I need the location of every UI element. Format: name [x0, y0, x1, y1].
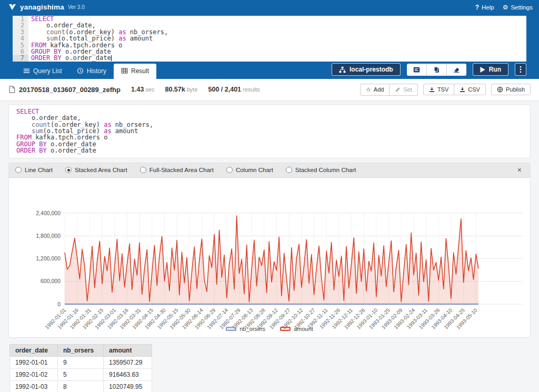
copy-query-button[interactable]: [427, 64, 447, 76]
settings-link[interactable]: ⚙Settings: [503, 4, 533, 11]
column-header: order_date: [10, 344, 58, 356]
radio-label: Stacked Column Chart: [295, 167, 356, 173]
line-number: 2: [13, 22, 28, 28]
table-cell: 5: [58, 368, 104, 380]
tab-result[interactable]: Result: [114, 64, 156, 79]
radio-icon: [286, 167, 292, 173]
table-row: 1992-01-0191359507.29: [10, 356, 152, 368]
download-icon: [460, 87, 465, 93]
yanagishima-logo-icon: [8, 4, 16, 11]
download-csv-button[interactable]: CSV: [454, 84, 486, 95]
chart-legend: nb_orsersamount: [9, 326, 530, 332]
svg-text:1,200,000: 1,200,000: [36, 255, 61, 262]
add-bookmark-button[interactable]: ☆Add: [360, 84, 390, 96]
query-text-panel: SELECT o.order_date, count(o.order_key) …: [8, 104, 531, 158]
sql-line: SELECT: [16, 108, 523, 115]
download-tsv-button[interactable]: TSV: [423, 84, 454, 95]
publish-button[interactable]: Publish: [491, 84, 531, 95]
list-icon: [23, 67, 30, 74]
column-header: amount: [104, 344, 152, 356]
editor-zone: 1SELECT2 o.order_date,3 count(o.order_ke…: [0, 14, 539, 79]
set-label-button[interactable]: Set: [390, 84, 418, 96]
clear-editor-button[interactable]: [447, 64, 466, 76]
radio-icon: [140, 167, 146, 173]
help-icon: ?: [475, 4, 479, 11]
globe-icon: [497, 86, 503, 93]
radio-label: Full-Stacked Area Chart: [149, 167, 214, 173]
tab-history[interactable]: History: [69, 64, 114, 79]
editor-tools-group: [407, 64, 466, 76]
table-cell: 8: [58, 380, 104, 392]
area-chart: 0600,0001,200,0001,800,0002,400,0001992-…: [9, 178, 530, 337]
legend-item[interactable]: nb_orsers: [226, 326, 265, 332]
legend-label: nb_orsers: [239, 326, 265, 332]
svg-text:1,800,000: 1,800,000: [36, 232, 61, 238]
chart-type-radio[interactable]: Column Chart: [226, 167, 273, 173]
sitemap-icon: [339, 66, 346, 73]
elapsed-time: 1.43sec: [131, 86, 154, 93]
eraser-icon: [453, 66, 460, 73]
close-chart-icon[interactable]: ×: [515, 165, 524, 175]
table-row: 1992-01-025916463.63: [10, 368, 152, 380]
chart-type-radio[interactable]: Stacked Column Chart: [286, 167, 356, 173]
help-link[interactable]: ?Help: [475, 4, 494, 11]
table-cell: 1992-01-03: [10, 380, 58, 392]
table-cell: 9: [58, 356, 104, 368]
radio-label: Column Chart: [236, 167, 273, 173]
format-icon: [413, 66, 420, 73]
result-size: 80.57kbyte: [165, 86, 197, 93]
document-icon: [8, 86, 15, 93]
tab-query-list[interactable]: Query List: [16, 64, 69, 79]
text-cursor: [111, 55, 112, 61]
gear-icon: ⚙: [503, 4, 508, 11]
brand-title: yanagishima: [20, 3, 64, 11]
chart-type-options: Line ChartStacked Area ChartFull-Stacked…: [9, 163, 530, 178]
history-clock-icon: [77, 67, 84, 74]
tab-bar: Query List History Result local-prestodb: [13, 62, 526, 79]
format-query-button[interactable]: [407, 64, 427, 76]
table-cell: 1020749.95: [104, 380, 152, 392]
line-number: 4: [13, 35, 28, 42]
pencil-icon: [395, 87, 401, 93]
column-header: nb_orsers: [58, 344, 104, 356]
svg-text:600,000: 600,000: [41, 278, 61, 284]
sql-line: ORDER BY o.order_date: [16, 147, 523, 154]
legend-label: amount: [294, 326, 313, 332]
svg-text:0: 0: [57, 300, 61, 307]
table-cell: 916463.63: [104, 368, 152, 380]
radio-icon: [15, 167, 22, 173]
star-icon: ☆: [366, 86, 371, 93]
bookmark-group: ☆Add Set: [360, 84, 418, 96]
query-id[interactable]: 20170518_013607_00289_zefhp: [19, 86, 121, 94]
table-cell: 1359507.29: [104, 356, 152, 368]
line-number: 7: [13, 55, 28, 61]
datasource-button[interactable]: local-prestodb: [332, 63, 401, 76]
copy-icon: [433, 66, 440, 73]
more-options-button[interactable]: [515, 63, 526, 76]
result-info-bar: 20170518_013607_00289_zefhp 1.43sec 80.5…: [0, 79, 539, 101]
table-row: 1992-01-0381020749.95: [10, 380, 152, 392]
top-bar: yanagishima Ver 3.0 ?Help ⚙Settings: [0, 0, 539, 14]
radio-icon: [226, 167, 233, 173]
page-content: SELECT o.order_date, count(o.order_key) …: [0, 101, 539, 392]
chart-type-radio[interactable]: Stacked Area Chart: [65, 167, 127, 173]
download-group: TSV CSV: [423, 84, 486, 95]
table-cell: 1992-01-02: [10, 368, 58, 380]
chart-panel: Line ChartStacked Area ChartFull-Stacked…: [8, 163, 531, 338]
run-button[interactable]: Run: [473, 63, 508, 76]
radio-label: Line Chart: [25, 167, 53, 173]
radio-label: Stacked Area Chart: [75, 167, 127, 173]
legend-swatch-icon: [280, 327, 291, 331]
svg-text:2,400,000: 2,400,000: [36, 209, 61, 216]
chart-type-radio[interactable]: Line Chart: [15, 167, 53, 173]
version-label: Ver 3.0: [68, 4, 85, 10]
play-icon: [480, 67, 485, 73]
sql-editor[interactable]: 1SELECT2 o.order_date,3 count(o.order_ke…: [13, 16, 526, 62]
table-icon: [121, 67, 128, 74]
kebab-menu-icon: [520, 66, 522, 73]
sql-line: 7ORDER BY o.order_date: [13, 55, 526, 61]
legend-swatch-icon: [226, 327, 236, 331]
legend-item[interactable]: amount: [280, 326, 313, 332]
result-count: 500 / 2,401results: [208, 86, 260, 93]
chart-type-radio[interactable]: Full-Stacked Area Chart: [140, 167, 214, 173]
